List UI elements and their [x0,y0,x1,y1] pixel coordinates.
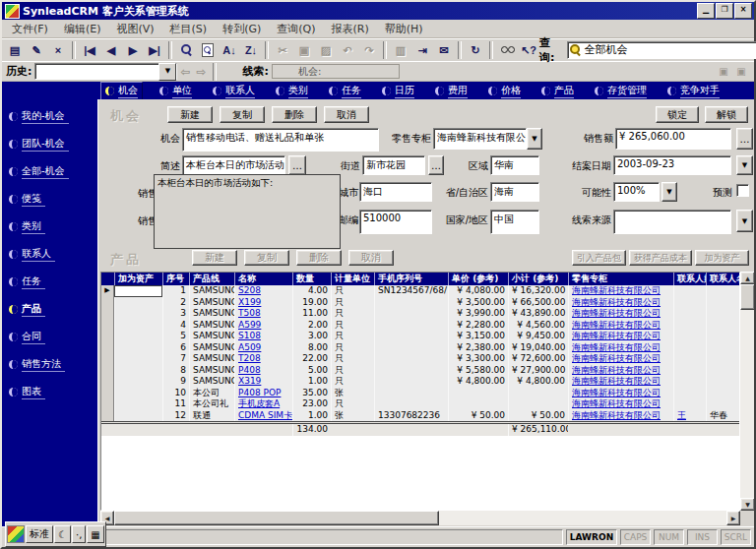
sidebar-item-6[interactable]: 任务 [2,268,97,295]
opp-delete-button[interactable]: 删除 [272,106,317,123]
column-header-4[interactable]: 数量 [292,273,331,285]
table-row[interactable]: 7SAMSUNGT20822.00只¥ 3,300.00¥ 72,600.00海… [101,353,739,365]
scroll-right-icon[interactable]: ▶ [726,511,740,525]
cell-name[interactable]: A509 [234,342,292,354]
ime-toolbar[interactable]: 标准 ☾ ·, ▦ [5,521,106,547]
table-row[interactable]: 9SAMSUNGX3191.00只¥ 4,800.00¥ 4,800.00海南蜂… [101,376,739,388]
cell-last[interactable] [673,376,706,388]
tab-3[interactable]: 类别 [272,83,312,99]
print-preview-button[interactable] [197,40,219,60]
close-date-dropdown-button[interactable]: ▼ [736,155,753,175]
cell-name[interactable]: X199 [234,297,292,309]
scroll-down-icon[interactable]: ▼ [740,498,754,511]
prev-record-button[interactable]: ◀ [100,40,122,60]
menu-item-6[interactable]: 报表(R) [324,20,377,38]
cell-last[interactable] [673,320,706,332]
copy-button[interactable]: ▣ [293,40,315,60]
cell-store[interactable]: 海南蜂新科技有限公司 [568,388,673,399]
table-row[interactable]: 11本公司礼手机皮套A23.00只海南蜂新科技有限公司 [101,398,739,410]
zip-input[interactable]: 510000 [359,210,432,234]
cell-name[interactable]: T508 [234,308,292,320]
brief-memo-popup[interactable]: 本柜台本日的市场活动如下: [154,174,341,249]
cell-last[interactable] [673,285,706,297]
table-row[interactable]: 5SAMSUNGS1083.00只¥ 3,150.00¥ 9,450.00海南蜂… [101,331,739,342]
cell-store[interactable]: 海南蜂新科技有限公司 [568,320,673,332]
cell-last[interactable] [673,365,706,377]
delete-record-button[interactable]: × [47,40,69,60]
lock-button[interactable]: 锁定 [656,106,699,123]
menu-item-2[interactable]: 视图(V) [108,20,161,38]
first-record-button[interactable]: |◀ [79,40,100,60]
sidebar-item-7[interactable]: 产品 [2,295,97,323]
column-header-10[interactable]: 联系人姓 [673,273,706,285]
ime-logo-icon[interactable] [7,525,25,543]
table-row[interactable]: 4SAMSUNGA5992.00只¥ 2,280.00¥ 4,560.00海南蜂… [101,320,739,332]
column-header-2[interactable]: 产品线 [189,273,234,285]
country-input[interactable]: 中国 [490,210,539,234]
opp-copy-button[interactable]: 复制 [220,106,265,123]
column-header-11[interactable]: 联系人名 [706,273,739,285]
refresh-button[interactable]: ↻ [465,40,486,60]
street-input[interactable]: 新市花园 [362,155,425,175]
vertical-scroll-thumb[interactable] [740,284,754,310]
import-product-package-button[interactable]: 引入产品包 [572,250,626,266]
cell-name[interactable]: A599 [234,320,292,332]
lead-source-combo[interactable] [613,210,731,234]
probability-dropdown-button[interactable]: ▼ [662,182,677,202]
cell-last[interactable] [673,353,706,365]
column-header-1[interactable]: 序号 [162,273,189,285]
city-input[interactable]: 海口 [359,182,432,202]
cell-last[interactable] [673,297,706,309]
menu-item-0[interactable]: 文件(F) [4,20,56,38]
product-cancel-button[interactable]: 取消 [348,250,394,266]
cell-last[interactable] [673,331,706,342]
history-forward-icon[interactable]: ⇨ [196,65,206,79]
menu-item-7[interactable]: 帮助(H) [377,20,431,38]
cell-store[interactable]: 海南蜂新科技有限公司 [568,297,673,309]
province-input[interactable]: 海南 [490,182,539,202]
column-header-9[interactable]: 零售专柜 [568,273,673,285]
column-header-3[interactable]: 名称 [234,273,292,285]
brief-ellipsis-button[interactable]: … [288,155,306,175]
minimize-button[interactable]: ▁ [697,3,715,19]
menu-item-5[interactable]: 查询(Q) [269,20,323,38]
cell-store[interactable]: 海南蜂新科技有限公司 [568,285,673,297]
sidebar-item-5[interactable]: 联系人 [2,240,97,268]
tab-5[interactable]: 日历 [378,83,418,99]
sidebar-item-8[interactable]: 合同 [2,323,97,350]
sales-amount-input[interactable]: ¥ 265,060.00 [615,128,731,150]
query-combobox[interactable]: 全部机会 ▼ [567,41,756,59]
table-row[interactable]: ▶1SAMSUNGS2084.00只SN1234567/68/¥ 4,080.0… [101,285,739,297]
sidebar-item-4[interactable]: 类别 [2,213,97,240]
column-header-0[interactable]: 加为资产 [114,273,162,285]
paste-button[interactable]: ▨ [315,40,337,60]
history-dropdown-button[interactable]: ▼ [158,63,176,81]
tab-1[interactable]: 单位 [156,83,196,99]
tab-0[interactable]: 机会 [100,82,143,100]
region-input[interactable]: 华南 [490,155,539,175]
sort-ascending-button[interactable]: A↓ [219,40,240,60]
horizontal-scroll-thumb[interactable] [114,511,439,525]
opportunity-input[interactable]: 销售移动电话、赠送礼品和单张 [182,128,379,152]
last-record-button[interactable]: ▶| [144,40,165,60]
sidebar-item-9[interactable]: 销售方法 [2,350,97,378]
zoom-button[interactable] [175,40,197,60]
cell-last[interactable] [673,388,706,399]
print-button[interactable]: ▥ [390,40,411,60]
menu-item-1[interactable]: 编辑(E) [56,20,109,38]
lead-source-dropdown-button[interactable]: ▼ [736,210,753,232]
table-row[interactable]: 8SAMSUNGP4085.00只¥ 5,580.00¥ 27,900.00海南… [101,365,739,377]
tab-6[interactable]: 费用 [431,83,472,99]
sort-descending-button[interactable]: Z↓ [240,40,262,60]
cell-name[interactable]: X319 [234,376,292,388]
column-header-5[interactable]: 计量单位 [331,273,374,285]
cell-store[interactable]: 海南蜂新科技有限公司 [568,410,673,422]
opp-new-button[interactable]: 新建 [167,106,213,123]
product-delete-button[interactable]: 删除 [296,250,342,266]
table-row[interactable]: 2SAMSUNGX19919.00只¥ 3,500.00¥ 66,500.00海… [101,297,739,309]
table-row[interactable]: 10本公司P408 POP35.00张海南蜂新科技有限公司 [101,388,739,399]
redo-button[interactable]: ↷ [358,40,380,60]
edit-record-button[interactable]: ✎ [26,40,47,60]
cell-store[interactable]: 海南蜂新科技有限公司 [568,376,673,388]
table-row[interactable]: 6SAMSUNGA5098.00只¥ 2,380.00¥ 19,040.00海南… [101,342,739,354]
